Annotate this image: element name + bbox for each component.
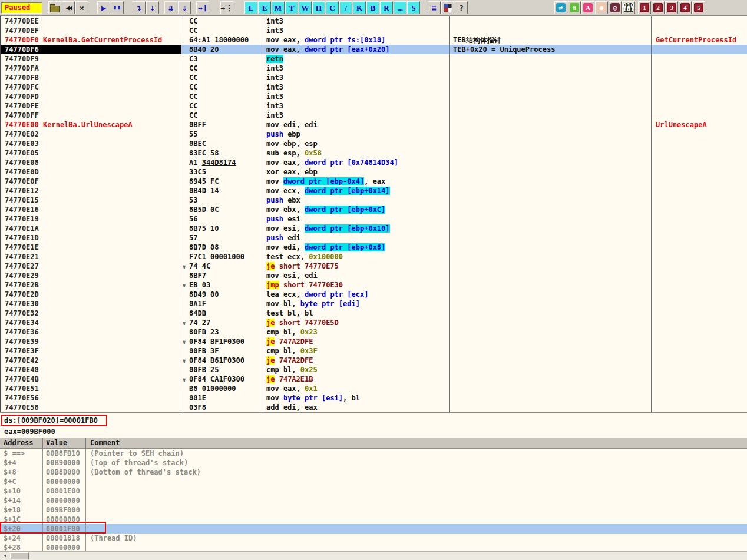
plugin-ball-button[interactable]: ●	[595, 1, 608, 14]
disasm-row[interactable]: 74770E51B8 01000000mov eax, 0x1	[1, 384, 747, 393]
disasm-row[interactable]: 74770E1A8B75 10mov esi, dword ptr [ebp+0…	[1, 224, 747, 233]
disasm-row[interactable]: 74770DF0 KernelBa.GetCurrentProcessId64:…	[1, 35, 747, 45]
stack-header-comment[interactable]: Comment	[85, 438, 747, 448]
disasm-row[interactable]: 74770E2D8D49 00lea ecx, dword ptr [ecx]	[1, 290, 747, 299]
disasm-row[interactable]: 74770E42∨0F84 B61F0300je 747A2DFE	[1, 356, 747, 365]
comment-cell	[449, 186, 651, 195]
animate-over-button[interactable]: ⇓	[178, 1, 191, 14]
disasm-row[interactable]: 74770E2B∨EB 03jmp short 74770E30	[1, 280, 747, 290]
disasm-row[interactable]: 74770E56881Emov byte ptr [esi], bl	[1, 393, 747, 403]
disasm-row[interactable]: 74770E5803F8add edi, eax	[1, 403, 747, 412]
disasm-row[interactable]: 74770E1E8B7D 08mov edi, dword ptr [ebp+0…	[1, 243, 747, 252]
cpu-window-button[interactable]: C	[326, 1, 339, 14]
plugin-button-3[interactable]: 3	[665, 1, 678, 14]
disasm-row[interactable]: 74770E298BF7mov esi, edi	[1, 271, 747, 280]
disasm-row[interactable]: 74770E0255push ebp	[1, 130, 747, 139]
disasm-row[interactable]: 74770DFECCint3	[1, 101, 747, 111]
plugin-exchange-button[interactable]: ⇄	[554, 1, 567, 14]
stack-row[interactable]: $+2400001818(Thread ID)	[0, 534, 747, 543]
plugin-analyze-button[interactable]: A	[581, 1, 594, 14]
memory-map-button[interactable]: M	[272, 1, 285, 14]
appearance-button[interactable]	[441, 1, 454, 14]
step-over-button[interactable]: ↓	[146, 1, 159, 14]
plugin-spiral-button[interactable]: ◎	[609, 1, 622, 14]
horizontal-scrollbar[interactable]: ◀	[0, 551, 747, 560]
patches-button[interactable]: /	[339, 1, 352, 14]
goto-button[interactable]: →⋮	[220, 1, 233, 14]
disasm-row[interactable]: 74770E39∨0F84 BF1F0300je 747A2DFE	[1, 337, 747, 346]
disassembly-pane[interactable]: 74770DEECCint374770DEFCCint374770DF0 Ker…	[0, 16, 747, 412]
stack-row[interactable]: $+800B8D000(Bottom of thread's stack)	[0, 468, 747, 477]
disasm-row[interactable]: 74770E1D57push edi	[1, 233, 747, 243]
disasm-row[interactable]: 74770DFDCCint3	[1, 92, 747, 101]
disasm-row[interactable]: 74770E1553push ebx	[1, 195, 747, 205]
plugin-button-5[interactable]: 5	[692, 1, 705, 14]
disasm-row[interactable]: 74770E3680FB 23cmp bl, 0x23	[1, 327, 747, 337]
stack-row[interactable]: $ ==>00B8FB10(Pointer to SEH chain)	[0, 449, 747, 458]
disasm-row[interactable]: 74770E308A1Fmov bl, byte ptr [edi]	[1, 299, 747, 309]
scrollbar-thumb[interactable]	[10, 552, 29, 559]
exchange-arrows-icon: ⇄	[556, 3, 566, 12]
disasm-row[interactable]: 74770E34∨74 27je short 74770E5D	[1, 318, 747, 327]
execute-till-return-button[interactable]: →]	[196, 1, 209, 14]
call-stack-button[interactable]: K	[353, 1, 366, 14]
disasm-row[interactable]: 74770E4B∨0F84 CA1F0300je 747A2E1B	[1, 375, 747, 384]
pause-button[interactable]: ▮▮	[111, 1, 124, 14]
disasm-row[interactable]: 74770E0D33C5xor eax, ebp	[1, 167, 747, 177]
open-button[interactable]	[48, 1, 61, 14]
disasm-row[interactable]: 74770E08A1 344D8174mov eax, dword ptr [0…	[1, 158, 747, 167]
handles-button[interactable]: H	[312, 1, 325, 14]
log-window-button[interactable]: L	[244, 1, 257, 14]
stack-row[interactable]: $+2000001FB0	[0, 524, 747, 534]
disasm-row[interactable]: 74770DF9C3retn	[1, 54, 747, 64]
restart-button[interactable]: ◀◀	[62, 1, 75, 14]
disasm-row[interactable]: 74770DEFCCint3	[1, 26, 747, 35]
disasm-row[interactable]: 74770DF68B40 20mov eax, dword ptr [eax+0…	[1, 45, 747, 54]
disasm-row[interactable]: 74770DFFCCint3	[1, 111, 747, 120]
disasm-row[interactable]: 74770E038BECmov ebp, esp	[1, 139, 747, 148]
stack-row[interactable]: $+1C00000000	[0, 515, 747, 524]
plugin-button-4[interactable]: 4	[679, 1, 692, 14]
plugin-binary-button[interactable]: 010 101	[622, 1, 635, 14]
windows-list-button[interactable]: ≡	[428, 1, 441, 14]
stack-row[interactable]: $+C00000000	[0, 477, 747, 486]
executables-button[interactable]: E	[258, 1, 271, 14]
help-button[interactable]: ?	[455, 1, 468, 14]
disasm-row[interactable]: 74770E0583EC 58sub esp, 0x58	[1, 148, 747, 158]
disasm-row[interactable]: 74770E1956push esi	[1, 214, 747, 224]
stack-header-value[interactable]: Value	[42, 438, 85, 448]
run-button[interactable]: ▶	[97, 1, 110, 14]
disasm-row[interactable]: 74770E3284DBtest bl, bl	[1, 309, 747, 318]
disasm-row[interactable]: 74770E0F8945 FCmov dword ptr [ebp-0x4], …	[1, 177, 747, 186]
animate-into-button[interactable]: ⇊	[164, 1, 177, 14]
disasm-row[interactable]: 74770E3F80FB 3Fcmp bl, 0x3F	[1, 346, 747, 356]
breakpoints-button[interactable]: B	[366, 1, 379, 14]
source-button[interactable]: S	[407, 1, 420, 14]
threads-button[interactable]: T	[285, 1, 298, 14]
stack-header-address[interactable]: Address	[0, 438, 42, 448]
disasm-row[interactable]: 74770E21F7C1 00001000test ecx, 0x100000	[1, 252, 747, 261]
stack-row[interactable]: $+1400000000	[0, 496, 747, 505]
references-button[interactable]: R	[380, 1, 393, 14]
disasm-row[interactable]: 74770E00 KernelBa.UrlUnescapeA8BFFmov ed…	[1, 120, 747, 130]
disasm-row[interactable]: 74770E27∨74 4Cje short 74770E75	[1, 261, 747, 271]
scroll-left-arrow-icon[interactable]: ◀	[1, 552, 9, 559]
run-trace-button[interactable]: ...	[394, 1, 406, 14]
stack-row[interactable]: $+18009BF000	[0, 505, 747, 515]
plugin-updown-button[interactable]: ⇅	[568, 1, 581, 14]
step-into-button[interactable]: ↴	[133, 1, 146, 14]
disasm-row[interactable]: 74770E4880FB 25cmp bl, 0x25	[1, 365, 747, 375]
disasm-row[interactable]: 74770E168B5D 0Cmov ebx, dword ptr [ebp+0…	[1, 205, 747, 214]
close-button[interactable]: ×	[75, 1, 88, 14]
disasm-row[interactable]: 74770DFACCint3	[1, 64, 747, 73]
disasm-row[interactable]: 74770DFCCCint3	[1, 82, 747, 92]
stack-row[interactable]: $+1000001E00	[0, 486, 747, 496]
plugin-button-1[interactable]: 1	[638, 1, 651, 14]
windows-button[interactable]: W	[299, 1, 312, 14]
plugin-button-2[interactable]: 2	[652, 1, 665, 14]
disasm-row[interactable]: 74770DEECCint3	[1, 16, 747, 26]
disasm-row[interactable]: 74770DFBCCint3	[1, 73, 747, 82]
stack-address-cell: $+8	[0, 468, 42, 477]
disasm-row[interactable]: 74770E128B4D 14mov ecx, dword ptr [ebp+0…	[1, 186, 747, 195]
stack-row[interactable]: $+400B90000(Top of thread's stack)	[0, 458, 747, 468]
